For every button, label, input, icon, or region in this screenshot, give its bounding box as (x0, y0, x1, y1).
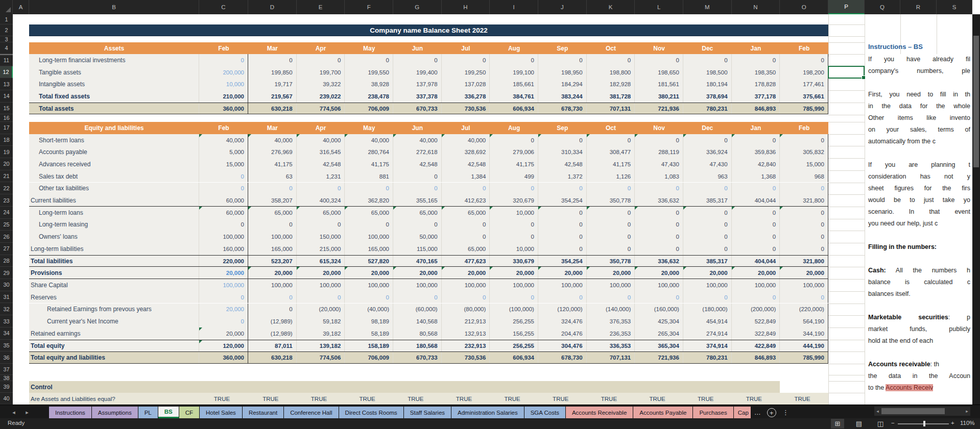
sheet-tab-bs[interactable]: BS (158, 407, 179, 418)
cell-M19[interactable]: 336,924 (683, 146, 732, 158)
cell-M31[interactable]: 0 (683, 291, 732, 304)
cell-H32[interactable]: (80,000) (442, 304, 490, 316)
cell-B26[interactable]: Owners' loans (29, 231, 199, 243)
col-header-C[interactable]: C (199, 0, 248, 14)
cell-O21[interactable]: 968 (780, 170, 828, 183)
cell-B33[interactable]: Current year's Net Income (29, 315, 199, 327)
cell-K18[interactable]: 0 (587, 134, 635, 146)
cell-L14[interactable]: 380,211 (635, 90, 683, 103)
cell-D32[interactable]: 0 (248, 304, 297, 316)
sheet-tab-pl[interactable]: PL (138, 407, 158, 418)
cell-D19[interactable]: 276,969 (248, 146, 297, 158)
cell-C21[interactable]: 0 (199, 170, 248, 183)
cell-F35[interactable]: 158,189 (345, 340, 393, 352)
zoom-slider-handle[interactable] (923, 421, 925, 426)
cell-E18[interactable]: 40,000 (297, 134, 345, 146)
cell-E36[interactable]: 774,506 (297, 352, 345, 363)
cell-K13[interactable]: 182,928 (587, 78, 635, 90)
col-header-F[interactable]: F (345, 0, 393, 14)
cell-C25[interactable]: 0 (199, 219, 248, 231)
cell-C36[interactable]: 360,000 (199, 352, 248, 363)
cell-L40[interactable]: TRUE (635, 393, 683, 405)
cell-J23[interactable]: 354,254 (538, 194, 587, 206)
cell-D18[interactable]: 40,000 (248, 134, 297, 146)
month-header-1[interactable]: Mar (248, 122, 297, 134)
cell-C28[interactable]: 220,000 (199, 256, 248, 267)
prev-sheet-icon[interactable]: ◂ (7, 407, 20, 418)
cell-B25[interactable]: Long-term leasing (29, 219, 199, 231)
cell-N19[interactable]: 359,836 (732, 146, 780, 158)
month-header-9[interactable]: Nov (635, 42, 683, 54)
cell-K27[interactable]: 0 (587, 243, 635, 255)
cell-B36[interactable]: Total equity and liabilities (29, 352, 199, 363)
row-header-14[interactable]: 14 (0, 90, 13, 103)
cell-O30[interactable]: 100,000 (780, 279, 828, 291)
col-header-P[interactable]: P (828, 0, 865, 14)
row-header-19[interactable]: 19 (0, 146, 13, 158)
row-header-23[interactable]: 23 (0, 194, 13, 207)
month-header-8[interactable]: Oct (587, 42, 635, 54)
cell-L24[interactable]: 0 (635, 207, 683, 219)
page-break-view-icon[interactable]: ◫ (874, 419, 887, 428)
cell-F24[interactable]: 65,000 (345, 207, 393, 219)
cell-H26[interactable]: 0 (442, 231, 490, 243)
cell-I40[interactable]: TRUE (490, 393, 538, 405)
cell-F36[interactable]: 706,009 (345, 352, 393, 363)
col-header-O[interactable]: O (780, 0, 828, 14)
cell-L20[interactable]: 47,430 (635, 158, 683, 170)
cell-N18[interactable]: 0 (732, 134, 780, 146)
sheet-tab-restaurant[interactable]: Restaurant (243, 407, 284, 418)
row-header-18[interactable]: 18 (0, 134, 13, 146)
cell-B18[interactable]: Short-term loans (29, 134, 199, 146)
cell-N32[interactable]: (200,000) (732, 304, 780, 316)
col-header-J[interactable]: J (538, 0, 587, 14)
cell-H33[interactable]: 212,913 (442, 315, 490, 327)
cell-F32[interactable]: (40,000) (345, 304, 393, 316)
cell-C32[interactable]: 20,000 (199, 304, 248, 316)
month-header-9[interactable]: Nov (635, 122, 683, 134)
cell-I23[interactable]: 320,679 (490, 194, 538, 206)
row-header-20[interactable]: 20 (0, 158, 13, 170)
cell-C12[interactable]: 200,000 (199, 66, 248, 79)
cell-D14[interactable]: 219,567 (248, 90, 297, 103)
sheet-tab-assumptions[interactable]: Assumptions (92, 407, 138, 418)
cell-J26[interactable]: 0 (538, 231, 587, 243)
cell-J31[interactable]: 0 (538, 291, 587, 304)
cell-F40[interactable]: TRUE (345, 393, 393, 405)
cell-O24[interactable]: 0 (780, 207, 828, 219)
cell-H27[interactable]: 65,000 (442, 243, 490, 255)
row-header-37[interactable]: 37 (0, 364, 13, 375)
sheet-tab-cf[interactable]: CF (179, 407, 200, 418)
cell-O20[interactable]: 15,000 (780, 158, 828, 170)
col-header-S[interactable]: S (937, 0, 972, 14)
cell-E40[interactable]: TRUE (297, 393, 345, 405)
cell-E26[interactable]: 150,000 (297, 231, 345, 243)
cell-F26[interactable]: 100,000 (345, 231, 393, 243)
cell-O33[interactable]: 564,190 (780, 315, 828, 327)
cell-I19[interactable]: 279,006 (490, 146, 538, 158)
col-header-B[interactable]: B (29, 0, 199, 14)
row-header-1[interactable]: 1 (0, 14, 13, 24)
cell-F21[interactable]: 881 (345, 170, 393, 183)
cell-M26[interactable]: 0 (683, 231, 732, 243)
cell-N22[interactable]: 0 (732, 183, 780, 195)
cell-I34[interactable]: 156,255 (490, 327, 538, 340)
cell-J12[interactable]: 198,950 (538, 66, 587, 79)
cell-I29[interactable]: 20,000 (490, 267, 538, 279)
cell-J30[interactable]: 100,000 (538, 279, 587, 291)
section-header-label[interactable]: Assets (29, 42, 199, 54)
cell-O13[interactable]: 177,461 (780, 78, 828, 90)
cell-B11[interactable]: Long-term financial investments (29, 54, 199, 66)
horizontal-scrollbar[interactable]: ◂ ▸ (874, 407, 970, 416)
cell-L35[interactable]: 365,304 (635, 340, 683, 352)
cell-H23[interactable]: 412,623 (442, 194, 490, 206)
cell-I18[interactable]: 0 (490, 134, 538, 146)
cell-E24[interactable]: 65,000 (297, 207, 345, 219)
cell-E13[interactable]: 39,322 (297, 78, 345, 90)
col-header-R[interactable]: R (900, 0, 937, 14)
cell-E12[interactable]: 199,700 (297, 66, 345, 79)
cell-G30[interactable]: 100,000 (393, 279, 442, 291)
cell-G26[interactable]: 50,000 (393, 231, 442, 243)
cell-D27[interactable]: 165,000 (248, 243, 297, 255)
cell-N33[interactable]: 522,849 (732, 315, 780, 327)
